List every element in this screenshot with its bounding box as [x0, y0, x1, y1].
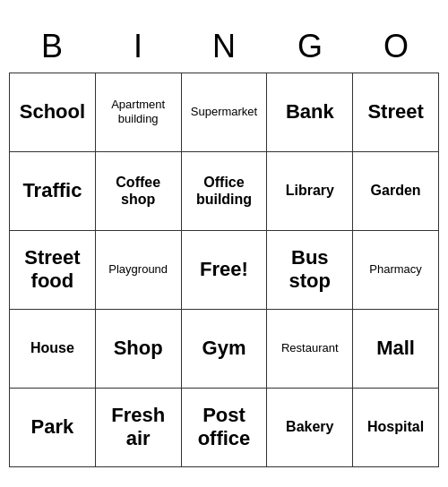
cell-label: Supermarket [191, 105, 257, 119]
cell-label: Garden [371, 182, 421, 199]
cell-label: Fresh air [99, 404, 177, 451]
bingo-grid: SchoolApartment buildingSupermarketBankS… [9, 73, 439, 467]
cell-label: Bank [286, 100, 334, 124]
cell-label: Restaurant [281, 341, 339, 355]
bingo-cell[interactable]: House [10, 310, 96, 389]
bingo-cell[interactable]: Bakery [267, 389, 353, 467]
bingo-cell[interactable]: Traffic [10, 152, 96, 231]
bingo-letter: I [99, 28, 177, 65]
cell-label: Post office [185, 404, 263, 451]
cell-label: Bakery [286, 418, 333, 435]
cell-label: Street food [13, 246, 91, 294]
bingo-cell[interactable]: Library [267, 152, 353, 231]
cell-label: Pharmacy [369, 262, 422, 277]
cell-label: Hospital [367, 418, 424, 435]
bingo-cell[interactable]: Bus stop [267, 231, 353, 310]
bingo-cell[interactable]: Supermarket [182, 73, 268, 152]
bingo-cell[interactable]: School [10, 73, 96, 152]
cell-label: Shop [114, 337, 163, 360]
bingo-letter: B [13, 28, 91, 65]
cell-label: House [30, 339, 74, 356]
bingo-cell[interactable]: Playground [96, 231, 182, 310]
bingo-cell[interactable]: Apartment building [96, 73, 182, 152]
bingo-cell[interactable]: Free! [182, 231, 268, 310]
cell-label: Free! [200, 258, 248, 281]
cell-label: Bus stop [271, 246, 349, 294]
cell-label: Gym [202, 337, 246, 360]
bingo-cell[interactable]: Fresh air [96, 389, 182, 467]
bingo-cell[interactable]: Office building [182, 152, 268, 231]
bingo-cell[interactable]: Street food [10, 231, 96, 310]
cell-label: School [20, 100, 85, 124]
bingo-letter: N [185, 28, 263, 65]
bingo-cell[interactable]: Restaurant [267, 310, 353, 389]
bingo-cell[interactable]: Hospital [353, 389, 439, 467]
bingo-cell[interactable]: Coffee shop [96, 152, 182, 231]
cell-label: Mall [376, 337, 415, 360]
bingo-cell[interactable]: Gym [182, 310, 268, 389]
bingo-cell[interactable]: Shop [96, 310, 182, 389]
bingo-letter: O [357, 28, 435, 65]
bingo-cell[interactable]: Garden [353, 152, 439, 231]
cell-label: Apartment building [99, 98, 177, 125]
bingo-cell[interactable]: Mall [353, 310, 439, 389]
cell-label: Coffee shop [99, 174, 177, 208]
cell-label: Office building [185, 174, 263, 208]
bingo-cell[interactable]: Bank [267, 73, 353, 152]
cell-label: Street [367, 100, 423, 124]
cell-label: Library [286, 182, 334, 199]
bingo-header: BINGO [9, 21, 439, 73]
bingo-cell[interactable]: Street [353, 73, 439, 152]
bingo-card: BINGO SchoolApartment buildingSupermarke… [9, 21, 439, 467]
bingo-cell[interactable]: Pharmacy [353, 231, 439, 310]
bingo-cell[interactable]: Park [10, 389, 96, 467]
cell-label: Park [31, 415, 74, 439]
cell-label: Playground [108, 262, 168, 277]
bingo-cell[interactable]: Post office [182, 389, 268, 467]
cell-label: Traffic [22, 179, 82, 202]
bingo-letter: G [271, 28, 349, 65]
